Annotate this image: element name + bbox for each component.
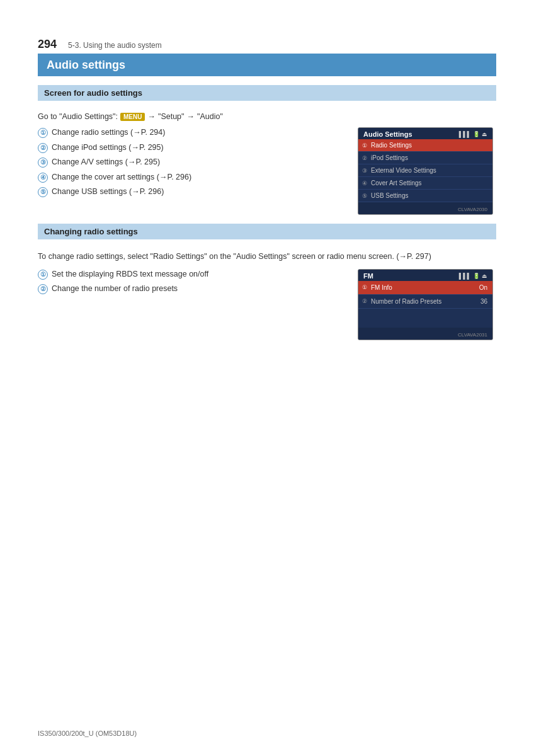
section2-header: Changing radio settings [38,224,496,239]
fm-screen-code: CLVAVA2031 [458,332,487,338]
goto-text: Go to "Audio Settings": [38,112,118,121]
fm-menu-label: Number of Radio Presets [371,298,441,305]
item-num-3: ③ [38,158,48,168]
item-num-4: ④ [38,173,48,183]
page-header: 294 5-3. Using the audio system [0,0,534,54]
screen-footer: CLVAVA2030 [358,202,492,214]
page-number: 294 [38,38,57,51]
item-text-2: Change the number of radio presets [52,284,178,295]
section2-title: Changing radio settings [44,227,138,236]
screen-code: CLVAVA2030 [458,207,487,212]
menu-label: iPod Settings [371,154,408,161]
item-num-2: ② [38,143,48,153]
item-num-1: ① [38,128,48,138]
signal-icon: ▌▌▌ [459,273,471,279]
fm-empty-space [358,309,492,328]
fm-screen-icons: ▌▌▌ 🔋 ⏏ [459,273,487,279]
audio-settings-screenshot: Audio Settings ▌▌▌ 🔋 ⏏ ① Radio Settings [358,127,493,215]
section2-desc: To change radio settings, select "Radio … [38,251,496,263]
list-item: ② Change the number of radio presets [38,284,351,295]
signal-icon: ▌▌▌ [459,131,471,137]
item-text-3: Change A/V settings (→P. 295) [52,157,160,168]
section1-list: ① Change radio settings (→P. 294) ② Chan… [38,127,351,198]
menu-button-icon: MENU [120,113,145,121]
goto-audio: "Audio" [197,112,223,121]
header-line: 294 5-3. Using the audio system [38,38,496,54]
main-title: Audio settings [47,59,125,71]
section-label: 5-3. Using the audio system [68,41,162,50]
section1-screenshot-col: Audio Settings ▌▌▌ 🔋 ⏏ ① Radio Settings [358,127,496,215]
battery-icon: 🔋 [473,273,480,279]
menu-item-cover: ④ Cover Art Settings [358,177,492,190]
menu-label: External Video Settings [371,167,436,174]
item-text-4: Change the cover art settings (→P. 296) [52,172,191,183]
fm-screenshot: FM ▌▌▌ 🔋 ⏏ ① FM Info On [358,269,493,340]
fm-value: 36 [480,298,487,305]
item-num: ② [362,298,367,304]
goto-arrow2: → [187,112,195,121]
item-num: ① [362,284,367,290]
item-num-5: ⑤ [38,187,48,197]
list-item: ④ Change the cover art settings (→P. 296… [38,172,351,183]
section1-list-col: ① Change radio settings (→P. 294) ② Chan… [38,127,351,202]
item-num: ③ [362,168,367,174]
main-content: Screen for audio settings Go to "Audio S… [0,76,534,378]
item-text-1: Set the displaying RBDS text message on/… [52,269,208,280]
menu-item-av: ③ External Video Settings [358,164,492,177]
menu-item-radio: ① Radio Settings [358,139,492,152]
item-num: ④ [362,180,367,186]
section2-list-col: ① Set the displaying RBDS text message o… [38,269,351,299]
screen-title: Audio Settings [363,130,412,138]
goto-line: Go to "Audio Settings": MENU → "Setup" →… [38,112,496,121]
footer-model: IS350/300/200t_U (OM53D18U) [38,730,137,737]
goto-setup: "Setup" [158,112,185,121]
fm-screen-header: FM ▌▌▌ 🔋 ⏏ [358,270,492,281]
item-num-2: ② [38,284,48,294]
item-text-5: Change USB settings (→P. 296) [52,186,164,198]
section1-content: ① Change radio settings (→P. 294) ② Chan… [38,127,496,215]
battery-icon: 🔋 [473,131,480,137]
fm-menu-item-info: ① FM Info On [358,281,492,295]
item-num-1: ① [38,270,48,280]
fm-screen-title: FM [363,272,373,280]
menu-item-usb: ⑤ USB Settings [358,190,492,202]
item-text-2: Change iPod settings (→P. 295) [52,142,164,154]
page-footer: IS350/300/200t_U (OM53D18U) [38,730,496,737]
section2-list: ① Set the displaying RBDS text message o… [38,269,351,295]
menu-label: Cover Art Settings [371,180,422,186]
fm-menu-label: FM Info [371,284,392,291]
list-item: ① Set the displaying RBDS text message o… [38,269,351,280]
fm-menu-item-presets: ② Number of Radio Presets 36 [358,295,492,309]
screen-menu: ① Radio Settings ② iPod Settings ③ Exter… [358,139,492,202]
item-text-1: Change radio settings (→P. 294) [52,127,165,139]
menu-label: USB Settings [371,192,408,199]
list-item: ⑤ Change USB settings (→P. 296) [38,186,351,198]
section2-content: ① Set the displaying RBDS text message o… [38,269,496,340]
item-num: ② [362,155,367,161]
power-icon: ⏏ [482,131,487,137]
menu-item-ipod: ② iPod Settings [358,152,492,164]
item-num: ① [362,142,367,149]
fm-screen-footer: CLVAVA2031 [358,328,492,340]
fm-value: On [479,284,487,291]
list-item: ③ Change A/V settings (→P. 295) [38,157,351,168]
menu-label: Radio Settings [371,142,412,149]
screen-icons: ▌▌▌ 🔋 ⏏ [459,131,487,137]
section1-title: Screen for audio settings [44,88,142,98]
section1-header: Screen for audio settings [38,85,496,101]
power-icon: ⏏ [482,273,487,279]
title-bar: Audio settings [38,54,496,76]
list-item: ② Change iPod settings (→P. 295) [38,142,351,154]
fm-screen-menu: ① FM Info On ② Number of Radio Presets 3… [358,281,492,328]
goto-arrow1: → [147,112,156,121]
list-item: ① Change radio settings (→P. 294) [38,127,351,139]
page-container: 294 5-3. Using the audio system Audio se… [0,0,534,756]
section2-screenshot-col: FM ▌▌▌ 🔋 ⏏ ① FM Info On [358,269,496,340]
screen-header: Audio Settings ▌▌▌ 🔋 ⏏ [358,128,492,139]
item-num: ⑤ [362,193,367,199]
